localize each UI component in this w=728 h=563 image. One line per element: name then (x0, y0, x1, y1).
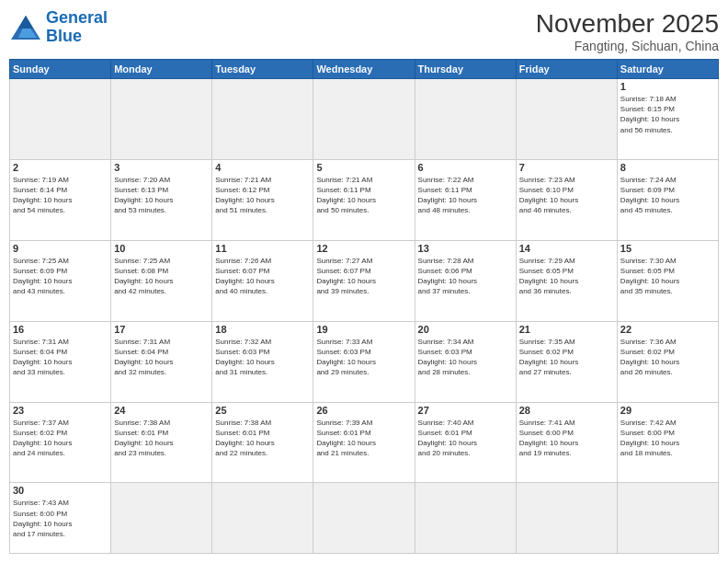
day-number: 27 (418, 405, 513, 416)
calendar-cell: 17Sunrise: 7:31 AM Sunset: 6:04 PM Dayli… (111, 321, 212, 402)
calendar-week-2: 2Sunrise: 7:19 AM Sunset: 6:14 PM Daylig… (10, 159, 719, 240)
day-number: 16 (13, 324, 108, 335)
calendar-cell (617, 483, 718, 554)
calendar-cell (516, 79, 617, 160)
calendar-cell (212, 79, 313, 160)
day-info: Sunrise: 7:42 AM Sunset: 6:00 PM Dayligh… (620, 418, 715, 459)
day-info: Sunrise: 7:19 AM Sunset: 6:14 PM Dayligh… (13, 175, 108, 216)
calendar-cell (415, 79, 516, 160)
svg-marker-2 (18, 16, 33, 29)
calendar-cell: 3Sunrise: 7:20 AM Sunset: 6:13 PM Daylig… (111, 159, 212, 240)
day-info: Sunrise: 7:22 AM Sunset: 6:11 PM Dayligh… (418, 175, 513, 216)
calendar-cell: 9Sunrise: 7:25 AM Sunset: 6:09 PM Daylig… (10, 240, 111, 321)
calendar-cell: 28Sunrise: 7:41 AM Sunset: 6:00 PM Dayli… (516, 402, 617, 483)
day-number: 8 (620, 162, 715, 173)
day-info: Sunrise: 7:25 AM Sunset: 6:08 PM Dayligh… (114, 256, 209, 297)
calendar-cell (313, 79, 415, 160)
calendar-cell (313, 483, 415, 554)
calendar-cell: 27Sunrise: 7:40 AM Sunset: 6:01 PM Dayli… (415, 402, 516, 483)
day-number: 14 (519, 243, 614, 254)
weekday-header-row: SundayMondayTuesdayWednesdayThursdayFrid… (10, 60, 719, 79)
calendar-cell: 22Sunrise: 7:36 AM Sunset: 6:02 PM Dayli… (617, 321, 718, 402)
day-info: Sunrise: 7:25 AM Sunset: 6:09 PM Dayligh… (13, 256, 108, 297)
day-info: Sunrise: 7:32 AM Sunset: 6:03 PM Dayligh… (215, 337, 310, 378)
logo: General Blue (9, 9, 108, 46)
day-number: 17 (114, 324, 209, 335)
day-number: 6 (418, 162, 513, 173)
weekday-header-friday: Friday (516, 60, 617, 79)
day-number: 22 (620, 324, 715, 335)
calendar-cell: 5Sunrise: 7:21 AM Sunset: 6:11 PM Daylig… (313, 159, 415, 240)
day-info: Sunrise: 7:43 AM Sunset: 6:00 PM Dayligh… (13, 498, 108, 539)
page: General Blue November 2025 Fangting, Sic… (0, 0, 728, 563)
calendar-cell: 4Sunrise: 7:21 AM Sunset: 6:12 PM Daylig… (212, 159, 313, 240)
calendar-week-5: 23Sunrise: 7:37 AM Sunset: 6:02 PM Dayli… (10, 402, 719, 483)
calendar-cell: 2Sunrise: 7:19 AM Sunset: 6:14 PM Daylig… (10, 159, 111, 240)
day-number: 23 (13, 405, 108, 416)
calendar-cell (111, 79, 212, 160)
day-info: Sunrise: 7:29 AM Sunset: 6:05 PM Dayligh… (519, 256, 614, 297)
calendar-cell: 23Sunrise: 7:37 AM Sunset: 6:02 PM Dayli… (10, 402, 111, 483)
location: Fangting, Sichuan, China (536, 39, 719, 53)
day-number: 3 (114, 162, 209, 173)
day-number: 2 (13, 162, 108, 173)
day-info: Sunrise: 7:20 AM Sunset: 6:13 PM Dayligh… (114, 175, 209, 216)
calendar-cell: 6Sunrise: 7:22 AM Sunset: 6:11 PM Daylig… (415, 159, 516, 240)
day-info: Sunrise: 7:33 AM Sunset: 6:03 PM Dayligh… (316, 337, 411, 378)
day-number: 21 (519, 324, 614, 335)
day-info: Sunrise: 7:21 AM Sunset: 6:12 PM Dayligh… (215, 175, 310, 216)
title-block: November 2025 Fangting, Sichuan, China (536, 9, 719, 53)
day-info: Sunrise: 7:27 AM Sunset: 6:07 PM Dayligh… (316, 256, 411, 297)
day-number: 28 (519, 405, 614, 416)
weekday-header-thursday: Thursday (415, 60, 516, 79)
calendar-cell (111, 483, 212, 554)
calendar-cell: 14Sunrise: 7:29 AM Sunset: 6:05 PM Dayli… (516, 240, 617, 321)
day-number: 10 (114, 243, 209, 254)
calendar-cell: 10Sunrise: 7:25 AM Sunset: 6:08 PM Dayli… (111, 240, 212, 321)
day-number: 5 (316, 162, 411, 173)
day-info: Sunrise: 7:34 AM Sunset: 6:03 PM Dayligh… (418, 337, 513, 378)
day-number: 29 (620, 405, 715, 416)
calendar-cell: 24Sunrise: 7:38 AM Sunset: 6:01 PM Dayli… (111, 402, 212, 483)
day-info: Sunrise: 7:30 AM Sunset: 6:05 PM Dayligh… (620, 256, 715, 297)
day-number: 30 (13, 485, 108, 496)
day-info: Sunrise: 7:31 AM Sunset: 6:04 PM Dayligh… (13, 337, 108, 378)
calendar-cell: 19Sunrise: 7:33 AM Sunset: 6:03 PM Dayli… (313, 321, 415, 402)
calendar-week-3: 9Sunrise: 7:25 AM Sunset: 6:09 PM Daylig… (10, 240, 719, 321)
day-number: 7 (519, 162, 614, 173)
month-title: November 2025 (536, 9, 719, 39)
day-info: Sunrise: 7:38 AM Sunset: 6:01 PM Dayligh… (215, 418, 310, 459)
logo-blue: Blue (46, 27, 82, 45)
day-number: 12 (316, 243, 411, 254)
calendar-cell: 15Sunrise: 7:30 AM Sunset: 6:05 PM Dayli… (617, 240, 718, 321)
calendar-week-6: 30Sunrise: 7:43 AM Sunset: 6:00 PM Dayli… (10, 483, 719, 554)
day-number: 15 (620, 243, 715, 254)
calendar-cell: 18Sunrise: 7:32 AM Sunset: 6:03 PM Dayli… (212, 321, 313, 402)
calendar-cell: 11Sunrise: 7:26 AM Sunset: 6:07 PM Dayli… (212, 240, 313, 321)
calendar-cell: 26Sunrise: 7:39 AM Sunset: 6:01 PM Dayli… (313, 402, 415, 483)
calendar-cell: 25Sunrise: 7:38 AM Sunset: 6:01 PM Dayli… (212, 402, 313, 483)
day-number: 18 (215, 324, 310, 335)
header: General Blue November 2025 Fangting, Sic… (9, 9, 719, 53)
calendar-cell: 29Sunrise: 7:42 AM Sunset: 6:00 PM Dayli… (617, 402, 718, 483)
calendar-cell: 30Sunrise: 7:43 AM Sunset: 6:00 PM Dayli… (10, 483, 111, 554)
calendar-cell: 13Sunrise: 7:28 AM Sunset: 6:06 PM Dayli… (415, 240, 516, 321)
calendar-cell (516, 483, 617, 554)
day-info: Sunrise: 7:39 AM Sunset: 6:01 PM Dayligh… (316, 418, 411, 459)
day-info: Sunrise: 7:26 AM Sunset: 6:07 PM Dayligh… (215, 256, 310, 297)
calendar-cell (415, 483, 516, 554)
logo-icon (9, 14, 42, 41)
calendar-cell: 1Sunrise: 7:18 AM Sunset: 6:15 PM Daylig… (617, 79, 718, 160)
day-info: Sunrise: 7:36 AM Sunset: 6:02 PM Dayligh… (620, 337, 715, 378)
day-info: Sunrise: 7:31 AM Sunset: 6:04 PM Dayligh… (114, 337, 209, 378)
day-number: 9 (13, 243, 108, 254)
weekday-header-saturday: Saturday (617, 60, 718, 79)
calendar-cell: 8Sunrise: 7:24 AM Sunset: 6:09 PM Daylig… (617, 159, 718, 240)
weekday-header-tuesday: Tuesday (212, 60, 313, 79)
day-info: Sunrise: 7:40 AM Sunset: 6:01 PM Dayligh… (418, 418, 513, 459)
day-number: 26 (316, 405, 411, 416)
calendar-cell (10, 79, 111, 160)
day-info: Sunrise: 7:35 AM Sunset: 6:02 PM Dayligh… (519, 337, 614, 378)
calendar-cell: 16Sunrise: 7:31 AM Sunset: 6:04 PM Dayli… (10, 321, 111, 402)
calendar-cell: 7Sunrise: 7:23 AM Sunset: 6:10 PM Daylig… (516, 159, 617, 240)
